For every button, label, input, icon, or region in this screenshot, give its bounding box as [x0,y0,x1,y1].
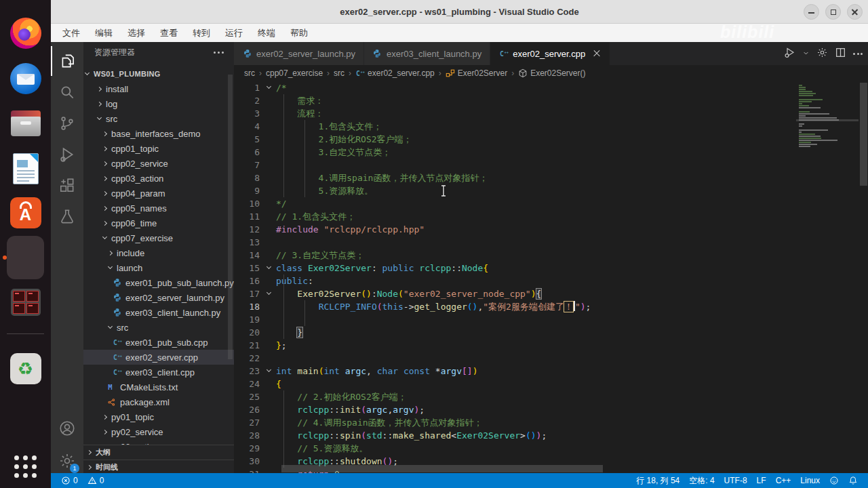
activity-settings-icon[interactable]: 1 [51,446,83,476]
activity-run-debug-icon[interactable] [51,140,83,169]
tree-file-package.xml[interactable]: package.xml [83,394,234,409]
breadcrumb-item-src[interactable]: src [334,68,344,78]
tree-folder-cpp06_time[interactable]: cpp06_time [83,216,234,230]
tree-folder-cpp04_param[interactable]: cpp04_param [83,186,234,201]
tree-file-exer01_pub_sub.cpp[interactable]: C++exer01_pub_sub.cpp [83,335,234,350]
line-number[interactable]: 13 [234,236,265,249]
status-remote-os[interactable]: Linux [795,473,825,488]
line-number[interactable]: 26 [234,403,265,416]
line-number[interactable]: 27 [234,416,265,429]
line-number[interactable]: 10 [234,197,265,210]
minimap[interactable] [796,81,859,473]
menu-6[interactable]: 终端 [250,24,283,42]
line-number[interactable]: 9 [234,184,265,197]
dock-item-thunderbird[interactable] [0,60,51,98]
dock-item-vscode[interactable] [0,239,51,277]
tree-folder-install[interactable]: install [83,81,234,96]
breadcrumb-item-cpp07_exercise[interactable]: cpp07_exercise [266,68,323,78]
status-indentation[interactable]: 空格: 4 [684,473,719,488]
line-number[interactable]: 5 [234,133,265,146]
tab-exer02_server.cpp[interactable]: C++exer02_server.cpp [490,42,610,65]
line-number[interactable]: 2 [234,94,265,107]
tree-folder-include[interactable]: include [83,245,234,260]
tree-file-exer03_client.cpp[interactable]: C++exer03_client.cpp [83,365,234,380]
status-feedback[interactable] [825,473,844,488]
tree-folder-py02_service[interactable]: py02_service [83,424,234,439]
sidebar-scrollbar[interactable] [228,75,233,359]
breadcrumb-item-src[interactable]: src [244,68,255,78]
dock-item-ubuntu-software[interactable]: A [0,194,51,232]
vertical-scrollbar[interactable] [860,83,867,186]
line-number[interactable]: 14 [234,249,265,262]
tree-file-exer02_server.cpp[interactable]: C++exer02_server.cpp [83,350,234,365]
line-number[interactable]: 11 [234,210,265,223]
fold-icon[interactable] [265,262,276,274]
tree-file-exer01_pub_sub_launch.py[interactable]: exer01_pub_sub_launch.py [83,275,234,290]
minimize-button[interactable] [804,4,819,20]
status-language-mode[interactable]: C++ [771,473,796,488]
tree-folder-log[interactable]: log [83,96,234,111]
line-number[interactable]: 29 [234,442,265,455]
line-number[interactable]: 3 [234,107,265,120]
activity-explorer-icon[interactable] [51,46,83,76]
run-dropdown-icon[interactable] [802,47,810,60]
tree-folder-src[interactable]: src [83,111,234,126]
dock-item-terminal[interactable] [0,283,51,321]
line-number[interactable]: 8 [234,171,265,184]
dock-item-libreoffice-writer[interactable] [0,150,51,188]
more-actions-icon[interactable] [214,52,226,54]
tree-file-exer03_client_launch.py[interactable]: exer03_client_launch.py [83,305,234,320]
dock-item-trash[interactable]: ♻ [0,350,51,388]
line-number[interactable]: 25 [234,390,265,403]
activity-extensions-icon[interactable] [51,171,83,201]
line-number[interactable]: 23 [234,365,265,378]
tree-file-exer02_server_launch.py[interactable]: exer02_server_launch.py [83,290,234,305]
more-actions-icon[interactable] [853,53,863,55]
line-number[interactable]: 15 [234,262,265,274]
outline-section[interactable]: 大纲 [83,445,234,460]
tree-folder-cpp05_names[interactable]: cpp05_names [83,201,234,216]
menu-0[interactable]: 文件 [55,24,87,42]
activity-account-icon[interactable] [51,413,83,443]
tab-exer03_client_launch.py[interactable]: exer03_client_launch.py [364,42,490,65]
split-editor-icon[interactable] [835,47,846,61]
horizontal-scrollbar[interactable] [281,465,603,472]
line-number[interactable]: 7 [234,159,265,171]
breadcrumb-item-Exer02Server()[interactable]: Exer02Server() [518,68,585,78]
line-number[interactable]: 12 [234,223,265,236]
title-bar[interactable]: exer02_server.cpp - ws01_plumbing - Visu… [51,0,868,24]
menu-4[interactable]: 转到 [185,24,218,42]
status-notifications[interactable] [844,473,863,488]
menu-3[interactable]: 查看 [153,24,185,42]
status-encoding[interactable]: UTF-8 [719,473,752,488]
activity-source-control-icon[interactable] [51,108,83,138]
line-number[interactable]: 6 [234,146,265,159]
status-errors[interactable]: 0 [58,473,81,488]
tree-folder-cpp02_service[interactable]: cpp02_service [83,156,234,171]
tab-exer02_server_launch.py[interactable]: exer02_server_launch.py [234,42,364,65]
close-icon[interactable] [592,49,601,58]
tree-folder-launch[interactable]: launch [83,260,234,275]
menu-5[interactable]: 运行 [218,24,250,42]
tree-folder-cpp07_exercise[interactable]: cpp07_exercise [83,230,234,245]
manage-gear-icon[interactable] [816,47,828,61]
line-number[interactable]: 21 [234,339,265,352]
tree-folder-py01_topic[interactable]: py01_topic [83,409,234,424]
line-number[interactable]: 1 [234,81,265,94]
fold-icon[interactable] [265,287,276,300]
dock-item-firefox[interactable] [0,14,51,52]
line-number[interactable]: 28 [234,429,265,442]
tree-folder-WS01_PLUMBING[interactable]: WS01_PLUMBING [83,66,234,81]
tree-folder-src[interactable]: src [83,320,234,335]
maximize-button[interactable] [825,4,841,20]
line-number[interactable]: 24 [234,378,265,390]
line-number[interactable]: 4 [234,120,265,133]
tree-file-CMakeLists.txt[interactable]: MCMakeLists.txt [83,380,234,394]
status-eol[interactable]: LF [752,473,771,488]
breadcrumb-item-Exer02Server[interactable]: Exer02Server [446,68,507,78]
line-number[interactable]: 22 [234,352,265,365]
status-warnings[interactable]: 0 [84,473,108,488]
line-number[interactable]: 20 [234,326,265,339]
status-cursor-position[interactable]: 行 18, 列 54 [631,473,684,488]
activity-testing-icon[interactable] [51,202,83,232]
